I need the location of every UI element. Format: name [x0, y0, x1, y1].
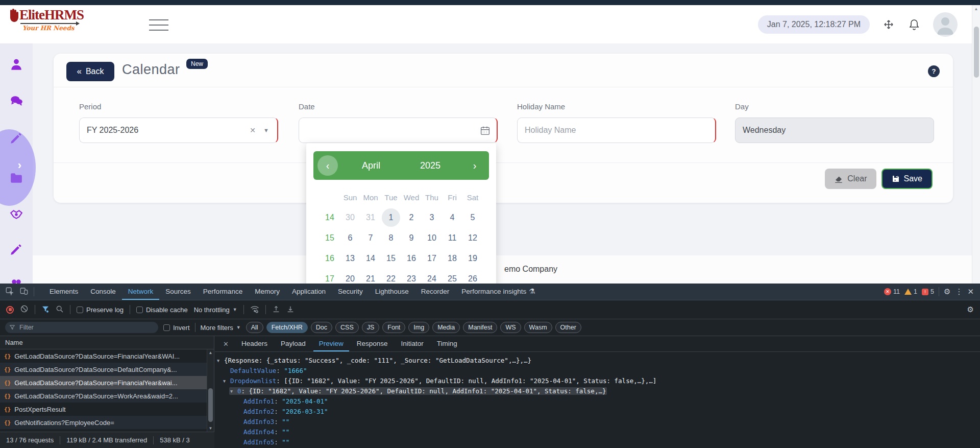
- day-cell[interactable]: 3: [422, 207, 442, 228]
- json-preview-line[interactable]: AddInfo5: "": [215, 437, 980, 447]
- day-cell[interactable]: 10: [422, 228, 442, 248]
- clear-network-log-icon[interactable]: [20, 304, 29, 315]
- devtools-tab-sources[interactable]: Sources: [159, 284, 197, 300]
- day-cell[interactable]: 8: [381, 228, 401, 248]
- day-cell[interactable]: 13: [340, 248, 360, 269]
- devtools-tab-performance-insights[interactable]: Performance insights⚗: [455, 284, 541, 300]
- filter-input[interactable]: [5, 322, 158, 333]
- devtools-tab-application[interactable]: Application: [286, 284, 332, 300]
- device-toolbar-icon[interactable]: [19, 287, 29, 297]
- import-har-icon[interactable]: [272, 305, 280, 315]
- filter-chip-fetch-xhr[interactable]: Fetch/XHR: [266, 322, 308, 333]
- devtools-tab-performance[interactable]: Performance: [197, 284, 249, 300]
- filter-chip-css[interactable]: CSS: [335, 322, 359, 333]
- request-row[interactable]: {}GetLoadDataSource?DataSource=WorkArea&…: [0, 389, 207, 403]
- detail-tab-headers[interactable]: Headers: [236, 336, 273, 351]
- fullscreen-move-icon[interactable]: [882, 18, 895, 31]
- day-cell[interactable]: 17: [422, 248, 442, 269]
- json-preview-line[interactable]: AddInfo2: "2026-03-31": [215, 407, 980, 417]
- menu-toggle-icon[interactable]: [149, 19, 168, 31]
- handshake-icon[interactable]: [10, 208, 23, 221]
- scrollbar-down-arrow[interactable]: ▼: [207, 426, 214, 431]
- holiday-name-box[interactable]: [517, 117, 716, 143]
- request-row[interactable]: {}PostXpertsResult: [0, 403, 207, 416]
- day-cell[interactable]: 5: [462, 207, 483, 228]
- page-scrollbar[interactable]: ▲: [972, 5, 980, 284]
- devtools-menu-icon[interactable]: ⋮: [955, 287, 963, 296]
- json-preview-line[interactable]: AddInfo1: "2025-04-01": [215, 396, 980, 407]
- devtools-tab-security[interactable]: Security: [332, 284, 369, 300]
- dropdown-caret-icon[interactable]: ▼: [263, 127, 269, 133]
- expand-triangle-icon[interactable]: ▼: [217, 356, 224, 366]
- clear-button[interactable]: Clear: [825, 169, 876, 189]
- clear-selection-icon[interactable]: ✕: [250, 126, 256, 134]
- period-select[interactable]: FY 2025-2026 ✕ ▼: [79, 117, 278, 143]
- json-preview-line[interactable]: AddInfo3: "": [215, 417, 980, 427]
- request-row[interactable]: {}GetNotifications?EmployeeCode=: [0, 416, 207, 429]
- day-cell[interactable]: 16: [401, 248, 422, 269]
- request-list-scrollbar[interactable]: ▲ ▼: [207, 349, 214, 432]
- filter-field[interactable]: [5, 322, 158, 333]
- date-field-box[interactable]: [299, 117, 498, 143]
- filter-chip-all[interactable]: All: [246, 322, 263, 333]
- datepicker-year[interactable]: 2025: [420, 160, 440, 171]
- scrollbar-thumb[interactable]: [974, 27, 979, 78]
- json-preview-line[interactable]: ▼{Response: {_status: "Success", _code: …: [215, 356, 980, 366]
- day-cell[interactable]: 2: [401, 207, 422, 228]
- day-cell[interactable]: 14: [360, 248, 381, 269]
- devtools-tab-memory[interactable]: Memory: [249, 284, 286, 300]
- throttling-select[interactable]: No throttling▼: [194, 306, 237, 314]
- preserve-log-checkbox[interactable]: Preserve log: [77, 306, 124, 314]
- detail-tab-initiator[interactable]: Initiator: [396, 336, 429, 351]
- export-har-icon[interactable]: [286, 305, 295, 315]
- filter-chip-manifest[interactable]: Manifest: [463, 322, 497, 333]
- day-cell[interactable]: 12: [462, 228, 483, 248]
- json-preview-line[interactable]: ▼Dropdownlist: [{ID: "1682", Value: "FY …: [215, 376, 980, 386]
- calendar-icon[interactable]: [480, 125, 491, 138]
- back-button[interactable]: « Back: [66, 62, 114, 81]
- json-preview-line[interactable]: DefaultValue: "1666": [215, 366, 980, 376]
- day-cell[interactable]: 31: [360, 207, 381, 228]
- detail-tab-timing[interactable]: Timing: [431, 336, 463, 351]
- save-button[interactable]: Save: [881, 169, 933, 189]
- devtools-tab-recorder[interactable]: Recorder: [415, 284, 456, 300]
- day-cell[interactable]: 18: [442, 248, 462, 269]
- devtools-tab-console[interactable]: Console: [84, 284, 122, 300]
- network-conditions-icon[interactable]: [250, 304, 259, 315]
- request-row[interactable]: {}GetLoadDataSource?DataSource=Financial…: [0, 376, 207, 389]
- devtools-close-icon[interactable]: ✕: [967, 287, 974, 296]
- sidebar-expander[interactable]: ›: [0, 129, 36, 206]
- day-cell[interactable]: 1: [381, 207, 401, 228]
- day-cell[interactable]: 4: [442, 207, 462, 228]
- datepicker-month[interactable]: April: [362, 160, 380, 171]
- day-cell[interactable]: 11: [442, 228, 462, 248]
- request-row[interactable]: {}GetLoadDataSource?DataSource=DefaultCo…: [0, 363, 207, 376]
- devtools-settings-icon[interactable]: ⚙: [944, 287, 950, 296]
- help-button[interactable]: ?: [928, 65, 940, 77]
- filter-chip-media[interactable]: Media: [432, 322, 460, 333]
- filter-chip-js[interactable]: JS: [362, 322, 380, 333]
- search-icon[interactable]: [56, 305, 64, 315]
- filter-chip-img[interactable]: Img: [408, 322, 429, 333]
- detail-tab-preview[interactable]: Preview: [313, 336, 349, 351]
- json-preview-line[interactable]: AddInfo4: "": [215, 427, 980, 437]
- record-network-log-icon[interactable]: [6, 306, 14, 314]
- previous-month-button[interactable]: ‹: [317, 155, 338, 176]
- disable-cache-checkbox[interactable]: Disable cache: [136, 306, 188, 314]
- name-column-header[interactable]: Name: [0, 336, 214, 349]
- day-cell[interactable]: 6: [340, 228, 360, 248]
- day-cell[interactable]: 30: [340, 207, 360, 228]
- filter-chip-font[interactable]: Font: [382, 322, 405, 333]
- scrollbar-up-arrow[interactable]: ▲: [207, 350, 214, 355]
- filter-toggle-icon[interactable]: [41, 305, 50, 315]
- detail-tab-payload[interactable]: Payload: [275, 336, 311, 351]
- holiday-name-input[interactable]: [525, 126, 708, 135]
- console-errors-badge[interactable]: ✕11: [884, 288, 900, 295]
- chat-icon[interactable]: [10, 95, 23, 108]
- day-cell[interactable]: 19: [462, 248, 483, 269]
- scrollbar-up-arrow[interactable]: ▲: [972, 5, 980, 11]
- devtools-tab-elements[interactable]: Elements: [43, 284, 84, 300]
- next-month-button[interactable]: ›: [464, 155, 485, 176]
- issues-badge[interactable]: !5: [922, 288, 934, 295]
- day-cell[interactable]: 9: [401, 228, 422, 248]
